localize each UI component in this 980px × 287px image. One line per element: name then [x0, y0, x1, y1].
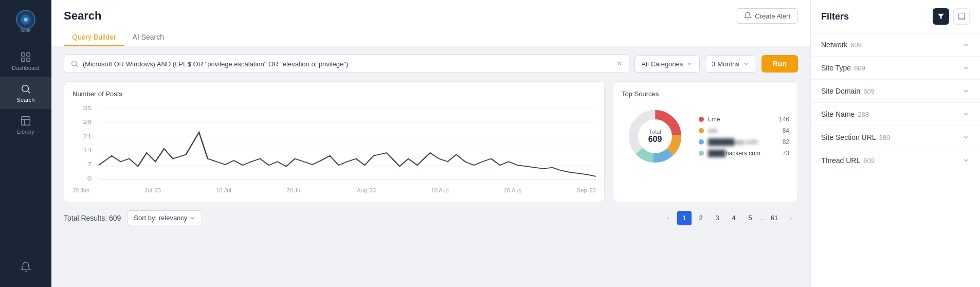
- chart-label: Jul '23: [145, 187, 161, 193]
- filter-section-site-name[interactable]: Site Name 288: [811, 103, 980, 126]
- tab-ai-search[interactable]: AI Search: [124, 29, 172, 46]
- header-top: Search Create Alert: [64, 8, 798, 24]
- svg-point-2: [24, 17, 28, 22]
- source-count: 73: [783, 150, 789, 157]
- run-button[interactable]: Run: [761, 55, 798, 73]
- svg-line-14: [76, 65, 78, 67]
- svg-text:21: 21: [83, 133, 92, 139]
- page-5-button[interactable]: 5: [743, 211, 757, 225]
- filter-book-button[interactable]: [953, 8, 970, 25]
- chart-label: 20 Aug: [504, 187, 521, 193]
- filters-panel: Filters Network 609 Site Type 60: [810, 0, 980, 287]
- chevron-down-icon: [963, 134, 970, 141]
- search-body: × All Categories 3 Months Run Number of …: [51, 46, 810, 287]
- filter-label: Site Domain: [821, 87, 860, 95]
- filter-label: Site Type: [821, 64, 851, 72]
- filter-section-site-section-url[interactable]: Site Section URL 380: [811, 126, 980, 149]
- chart-title: Number of Posts: [72, 90, 596, 98]
- svg-rect-10: [22, 117, 30, 125]
- chart-label: 10 Aug: [431, 187, 449, 193]
- search-bar: × All Categories 3 Months Run: [64, 55, 798, 73]
- bell-icon: [743, 12, 752, 20]
- filter-label: Network: [821, 41, 847, 49]
- filter-label: Thread URL: [821, 156, 860, 165]
- page-3-button[interactable]: 3: [710, 211, 724, 225]
- filter-section-thread-url[interactable]: Thread URL 609: [811, 149, 980, 172]
- page-last-button[interactable]: 61: [767, 211, 782, 225]
- filters-header: Filters: [811, 0, 980, 33]
- source-dot: [699, 128, 704, 133]
- donut-chart: Total 609: [622, 103, 688, 170]
- sidebar-item-label: Dashboard: [12, 65, 40, 71]
- source-item: ████hackers.com 73: [699, 150, 789, 157]
- page-title: Search: [64, 9, 101, 23]
- time-period-select[interactable]: 3 Months: [705, 56, 756, 73]
- sidebar-item-label: Library: [17, 129, 34, 135]
- category-select[interactable]: All Categories: [634, 56, 700, 73]
- search-input[interactable]: [83, 60, 612, 68]
- next-page-button[interactable]: ›: [784, 211, 798, 225]
- chevron-down-icon: [963, 111, 970, 118]
- tab-query-builder[interactable]: Query Builder: [64, 29, 124, 46]
- source-dot: [699, 139, 704, 145]
- sidebar-item-search[interactable]: Search: [0, 77, 51, 109]
- filter-count: 609: [850, 41, 862, 49]
- prev-page-button[interactable]: ‹: [661, 211, 675, 225]
- chart-svg: 0 7 14 21 28 35: [72, 103, 596, 185]
- svg-rect-7: [27, 58, 30, 61]
- create-alert-button[interactable]: Create Alert: [736, 8, 798, 24]
- filter-section-left: Site Name 288: [821, 110, 869, 118]
- search-icon: [70, 60, 79, 68]
- filter-label: Site Section URL: [821, 133, 876, 141]
- source-name: ████hackers.com: [708, 150, 778, 157]
- chevron-down-icon: [742, 60, 750, 67]
- time-period-label: 3 Months: [712, 60, 739, 68]
- chevron-down-icon: [963, 41, 970, 48]
- pagination: ‹ 1 2 3 4 5 ... 61 ›: [661, 211, 798, 225]
- chart-label: 20 Jul: [286, 187, 301, 193]
- filter-section-site-type[interactable]: Site Type 609: [811, 57, 980, 80]
- svg-text:0: 0: [87, 175, 92, 182]
- filter-count: 609: [854, 64, 865, 72]
- chevron-down-icon: [963, 64, 970, 71]
- filter-section-left: Site Domain 609: [821, 87, 875, 95]
- search-input-wrapper[interactable]: ×: [64, 55, 629, 73]
- book-icon: [957, 12, 966, 21]
- logo[interactable]: lunar: [12, 8, 39, 35]
- svg-text:35: 35: [83, 105, 92, 111]
- page-2-button[interactable]: 2: [694, 211, 708, 225]
- filter-active-button[interactable]: [933, 8, 949, 25]
- chart-label: Sep '23: [577, 187, 596, 193]
- page-1-button[interactable]: 1: [677, 211, 692, 225]
- chevron-down-icon: [189, 215, 195, 221]
- category-label: All Categories: [641, 60, 683, 68]
- svg-text:7: 7: [87, 162, 92, 168]
- chart-labels: 20 Jun Jul '23 10 Jul 20 Jul Aug '23 10 …: [72, 187, 596, 193]
- sources-content: Total 609 t.me 146 xss. 84: [622, 103, 789, 170]
- svg-text:lunar: lunar: [21, 28, 31, 33]
- filter-count: 609: [863, 157, 875, 165]
- svg-rect-5: [27, 53, 30, 56]
- svg-line-9: [28, 91, 30, 93]
- source-name: ██████app.com: [708, 138, 778, 146]
- clear-button[interactable]: ×: [616, 59, 623, 68]
- svg-point-8: [22, 85, 29, 92]
- sort-button[interactable]: Sort by: relevancy: [127, 210, 202, 225]
- source-count: 82: [783, 138, 789, 146]
- chart-label: Aug '23: [357, 187, 376, 193]
- svg-text:28: 28: [83, 119, 92, 125]
- donut-total-count: 609: [648, 135, 662, 144]
- sources-list: t.me 146 xss. 84 ██████app.com 82: [699, 116, 789, 157]
- sidebar-item-alerts[interactable]: [0, 255, 51, 279]
- filter-section-site-domain[interactable]: Site Domain 609: [811, 80, 980, 103]
- source-count: 84: [783, 127, 789, 134]
- results-bar: Total Results: 609 Sort by: relevancy ‹ …: [64, 210, 798, 225]
- filter-section-network[interactable]: Network 609: [811, 33, 980, 57]
- tabs: Query Builder AI Search: [64, 29, 798, 46]
- donut-total-text: Total: [648, 129, 662, 135]
- page-4-button[interactable]: 4: [727, 211, 741, 225]
- sources-title: Top Sources: [622, 90, 789, 98]
- filter-label: Site Name: [821, 110, 855, 118]
- sidebar-item-library[interactable]: Library: [0, 109, 51, 141]
- sidebar-item-dashboard[interactable]: Dashboard: [0, 45, 51, 77]
